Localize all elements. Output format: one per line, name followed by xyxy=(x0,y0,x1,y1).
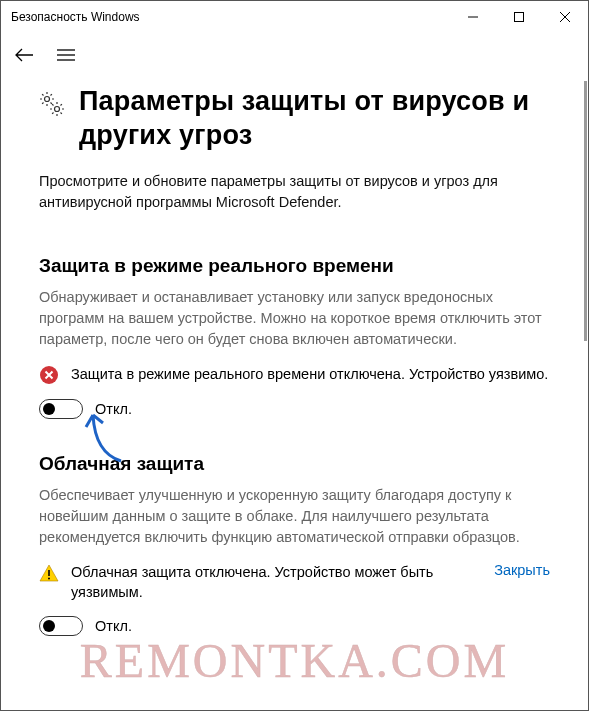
section-desc-cloud: Обеспечивает улучшенную и ускоренную защ… xyxy=(39,485,550,548)
content-area: Параметры защиты от вирусов и других угр… xyxy=(1,81,588,710)
back-button[interactable] xyxy=(15,48,33,66)
toggle-label-realtime: Откл. xyxy=(95,401,132,417)
window-controls xyxy=(450,1,588,33)
toggle-cloud[interactable] xyxy=(39,616,83,636)
page-subtitle: Просмотрите и обновите параметры защиты … xyxy=(39,171,550,213)
svg-rect-1 xyxy=(515,13,524,22)
svg-point-8 xyxy=(55,107,60,112)
dismiss-link-cloud[interactable]: Закрыть xyxy=(494,562,550,578)
minimize-button[interactable] xyxy=(450,1,496,33)
warning-icon xyxy=(39,563,59,583)
nav-row xyxy=(1,33,588,81)
alert-realtime: Защита в режиме реального времени отключ… xyxy=(39,364,550,385)
svg-point-11 xyxy=(48,577,50,579)
toggle-row-realtime: Откл. xyxy=(39,399,550,419)
toggle-label-cloud: Откл. xyxy=(95,618,132,634)
window-title: Безопасность Windows xyxy=(11,10,140,24)
maximize-button[interactable] xyxy=(496,1,542,33)
toggle-row-cloud: Откл. xyxy=(39,616,550,636)
section-title-realtime: Защита в режиме реального времени xyxy=(39,255,550,277)
page-title: Параметры защиты от вирусов и других угр… xyxy=(79,85,550,153)
toggle-realtime[interactable] xyxy=(39,399,83,419)
alert-text-realtime: Защита в режиме реального времени отключ… xyxy=(71,364,550,384)
toggle-knob xyxy=(43,620,55,632)
alert-text-cloud: Облачная защита отключена. Устройство мо… xyxy=(71,562,474,603)
error-icon xyxy=(39,365,59,385)
toggle-knob xyxy=(43,403,55,415)
alert-cloud: Облачная защита отключена. Устройство мо… xyxy=(39,562,550,603)
hamburger-menu-button[interactable] xyxy=(57,48,75,66)
section-title-cloud: Облачная защита xyxy=(39,453,550,475)
page-header: Параметры защиты от вирусов и других угр… xyxy=(39,85,550,153)
section-desc-realtime: Обнаруживает и останавливает установку и… xyxy=(39,287,550,350)
titlebar: Безопасность Windows xyxy=(1,1,588,33)
settings-gears-icon xyxy=(39,91,65,121)
close-button[interactable] xyxy=(542,1,588,33)
svg-point-7 xyxy=(45,97,50,102)
